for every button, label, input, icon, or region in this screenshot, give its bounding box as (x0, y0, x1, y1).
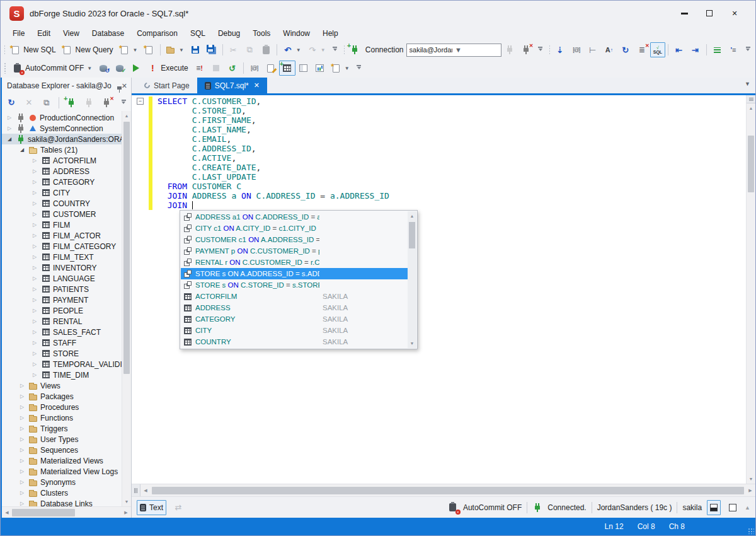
run-button[interactable] (128, 61, 144, 76)
format-code-button[interactable] (709, 42, 725, 57)
collapsed-arrow-icon[interactable]: ▷ (31, 233, 38, 238)
tab-list-dropdown[interactable]: ▼ (745, 81, 750, 87)
comment-button[interactable]: '≡ (725, 42, 742, 57)
splitter-handle[interactable] (747, 95, 755, 103)
tree-item-country[interactable]: ▷COUNTRY (2, 198, 122, 209)
collapsed-arrow-icon[interactable]: ▷ (18, 490, 26, 496)
connect-button[interactable] (501, 42, 518, 57)
tree-item-packages[interactable]: ▷Packages (2, 391, 122, 402)
collapsed-arrow-icon[interactable]: ▷ (6, 125, 13, 131)
menu-window[interactable]: Window (277, 27, 316, 40)
save-button[interactable] (187, 42, 203, 57)
collapsed-arrow-icon[interactable]: ▷ (31, 361, 38, 367)
tree-item-film-actor[interactable]: ▷FILM_ACTOR (2, 230, 122, 241)
new-window-button[interactable]: ▼ (328, 61, 353, 76)
menu-tools[interactable]: Tools (247, 27, 276, 40)
swap-view-button[interactable]: ⇄ (170, 500, 186, 515)
tree-item-time-dim[interactable]: ▷TIME_DIM (2, 370, 122, 380)
maximize-button[interactable] (705, 9, 714, 18)
collapsed-arrow-icon[interactable]: ▷ (31, 168, 38, 174)
autocommit-status-label[interactable]: AutoCommit OFF (463, 503, 522, 512)
tree-item-inventory[interactable]: ▷INVENTORY (2, 262, 122, 273)
autocomplete-item[interactable]: ADDRESS a1 ON C.ADDRESS_ID = a1.ADDRESS_… (181, 211, 408, 223)
connection-combobox[interactable]: sakila@JordanSanders:... ▼ (406, 44, 501, 57)
connected-status-label[interactable]: Connected. (547, 503, 586, 512)
explorer-horizontal-scrollbar[interactable]: ◀ ▶ (2, 506, 131, 518)
tree-item-user-types[interactable]: ▷User Types (2, 434, 122, 445)
tree-item-people[interactable]: ▷PEOPLE (2, 305, 122, 316)
uppercase-button[interactable]: A↑ (601, 42, 617, 57)
commit-button[interactable]: ✓ (112, 61, 128, 76)
collapsed-arrow-icon[interactable]: ▷ (31, 297, 38, 303)
clear-list-button[interactable]: ≣ (634, 42, 650, 57)
undo-button[interactable]: ↶▼ (280, 42, 304, 57)
tree-item-address[interactable]: ▷ADDRESS (2, 166, 122, 177)
execute-toolbar-overflow-button[interactable] (353, 61, 365, 76)
collapsed-arrow-icon[interactable]: ▷ (18, 404, 26, 410)
tree-item-actorfilm[interactable]: ▷ACTORFILM (2, 155, 122, 166)
collapsed-arrow-icon[interactable]: ▷ (18, 436, 26, 442)
split-view-button[interactable] (707, 500, 721, 515)
autocomplete-item[interactable]: ACTORFILMSAKILA (181, 291, 408, 302)
tree-item-systemconnection[interactable]: ▷SystemConnection (2, 123, 122, 134)
open-file-button[interactable]: ▼ (163, 42, 187, 57)
tree-item-procedures[interactable]: ▷Procedures (2, 402, 122, 412)
tree-item-sales-fact[interactable]: ▷SALES_FACT (2, 327, 122, 337)
menu-sql[interactable]: SQL (185, 27, 211, 40)
menu-comparison[interactable]: Comparison (131, 27, 183, 40)
explorer-new-connection-button[interactable] (63, 95, 79, 110)
tree-item-sakila-jordansanders-oracl[interactable]: ◢sakila@JordanSanders:ORACL (2, 134, 122, 144)
popup-scrollbar[interactable]: ▲ ▼ (408, 211, 416, 348)
editor-vertical-scrollbar[interactable]: ▲ ▼ (746, 95, 755, 484)
edit-toolbar-overflow-button[interactable] (742, 42, 754, 57)
collapsed-arrow-icon[interactable]: ▷ (6, 115, 13, 120)
tree-item-film[interactable]: ▷FILM (2, 219, 122, 230)
collapsed-arrow-icon[interactable]: ▷ (18, 479, 26, 485)
tree-item-materialized-view-logs[interactable]: ▷Materialized View Logs (2, 466, 122, 477)
parameters-button[interactable]: [@] (568, 42, 585, 57)
collapsed-arrow-icon[interactable]: ▷ (31, 222, 38, 228)
splitter-handle[interactable] (132, 484, 140, 496)
scrollbar-thumb[interactable] (152, 487, 744, 494)
autocomplete-item[interactable]: PAYMENT p ON C.CUSTOMER_ID = p.CUSTOMER_… (181, 245, 408, 257)
tree-item-materialized-views[interactable]: ▷Materialized Views (2, 455, 122, 466)
toolbar-grip[interactable] (4, 45, 5, 55)
tree-item-tables-21-[interactable]: ◢Tables (21) (2, 144, 122, 155)
tree-item-store[interactable]: ▷STORE (2, 348, 122, 359)
explorer-duplicate-button[interactable]: ⧉ (38, 95, 55, 110)
layout-button[interactable] (295, 61, 312, 76)
autocomplete-item[interactable]: STORE s ON A.ADDRESS_ID = s.ADDRESS_ID (181, 268, 408, 279)
toolbar-grip[interactable] (549, 45, 550, 55)
toolbar-grip[interactable] (343, 45, 345, 55)
collapsed-arrow-icon[interactable]: ▷ (18, 426, 26, 431)
tree-item-triggers[interactable]: ▷Triggers (2, 423, 122, 434)
tree-item-database-links[interactable]: ▷Database Links (2, 498, 122, 506)
tree-item-film-category[interactable]: ▷FILM_CATEGORY (2, 241, 122, 252)
menu-database[interactable]: Database (86, 27, 130, 40)
tree-item-clusters[interactable]: ▷Clusters (2, 487, 122, 498)
copy-button[interactable]: ⧉ (241, 42, 258, 57)
menu-help[interactable]: Help (317, 27, 344, 40)
tree-item-sequences[interactable]: ▷Sequences (2, 445, 122, 455)
snippet-button[interactable] (263, 61, 279, 76)
user-server-label[interactable]: JordanSanders ( 19c ) (597, 503, 672, 512)
increase-indent-button[interactable]: ⇥ (687, 42, 704, 57)
collapsed-arrow-icon[interactable]: ▷ (31, 190, 38, 195)
menu-view[interactable]: View (57, 27, 85, 40)
tree-item-synonyms[interactable]: ▷Synonyms (2, 477, 122, 487)
collapsed-arrow-icon[interactable]: ▷ (31, 329, 38, 335)
new-file-button[interactable] (141, 42, 158, 57)
tab-sql7[interactable]: SQL7.sql* ✕ (197, 78, 267, 93)
cut-button[interactable]: ✂ (225, 42, 241, 57)
autocomplete-item[interactable]: ADDRESSSAKILA (181, 302, 408, 313)
new-connection-button[interactable] (346, 42, 363, 57)
tree-item-payment[interactable]: ▷PAYMENT (2, 294, 122, 305)
tree-item-temporal-validity-[interactable]: ▷TEMPORAL_VALIDITY_ (2, 359, 122, 370)
collapsed-arrow-icon[interactable]: ▷ (31, 179, 38, 185)
tree-item-views[interactable]: ▷Views (2, 380, 122, 391)
new-query-button[interactable]: New Query (59, 42, 117, 57)
collapsed-arrow-icon[interactable]: ▷ (31, 211, 38, 217)
explorer-vertical-scrollbar[interactable]: ▲ ▼ (122, 111, 131, 506)
explorer-delete-button[interactable]: ✕ (21, 95, 37, 110)
editor-horizontal-scrollbar[interactable]: ◀ ▶ (132, 484, 755, 496)
